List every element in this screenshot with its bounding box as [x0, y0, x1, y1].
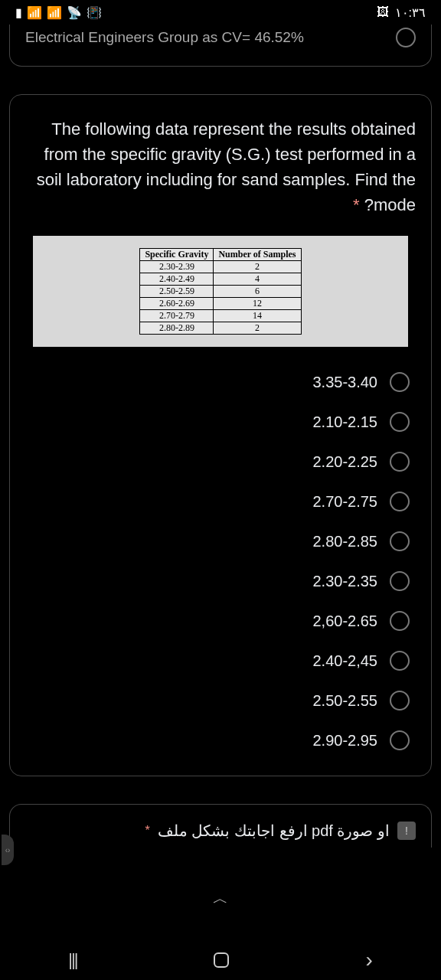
- radio-option[interactable]: [396, 28, 416, 47]
- home-button[interactable]: [214, 952, 229, 968]
- previous-question-card: Electrical Engineers Group as CV= 46.52%: [9, 24, 432, 67]
- battery-icon: ▮: [15, 5, 22, 20]
- status-right: 🖼 ١٠:٣٦: [377, 5, 426, 20]
- radio-icon: [390, 571, 410, 591]
- required-asterisk: *: [353, 195, 360, 214]
- option-item[interactable]: 2.40-2,45: [25, 641, 416, 681]
- previous-question-text: Electrical Engineers Group as CV= 46.52%: [25, 29, 304, 46]
- option-label: 2.10-2.15: [312, 413, 377, 431]
- option-item[interactable]: 2,60-2.65: [25, 601, 416, 641]
- option-label: 2.80-2.85: [312, 533, 377, 550]
- wifi-icon: 📡: [67, 5, 82, 20]
- radio-icon: [390, 691, 410, 710]
- radio-icon: [390, 611, 410, 631]
- table-row: 2.40-2.494: [140, 273, 301, 286]
- option-item[interactable]: 2.70-2.75: [25, 482, 416, 521]
- radio-icon: [390, 651, 410, 671]
- option-item[interactable]: 2.30-2.35: [25, 561, 416, 601]
- question-text: The following data represent the results…: [25, 116, 416, 217]
- table-header-samples: Number of Samples: [214, 249, 301, 261]
- navigation-bar: ||| ›: [0, 940, 441, 980]
- option-label: 2.50-2.55: [312, 692, 377, 710]
- option-label: 2.30-2.35: [312, 573, 377, 590]
- data-table: Specific Gravity Number of Samples 2.30-…: [139, 248, 301, 335]
- image-icon: 🖼: [377, 5, 389, 19]
- option-item[interactable]: 2.90-2.95: [25, 720, 416, 760]
- radio-icon: [390, 372, 410, 392]
- chevron-up-icon[interactable]: ︿: [213, 888, 228, 909]
- option-label: 2.70-2.75: [312, 493, 377, 511]
- clock-time: ١٠:٣٦: [395, 5, 426, 20]
- upload-text: ارفع اجابتك بشكل ملف pdf او صورة: [158, 822, 390, 840]
- status-icons-left: ▮ 📶 📶 📡 📳: [15, 5, 102, 20]
- options-list: 3.35-3.40 2.10-2.15 2.20-2.25 2.70-2.75 …: [25, 362, 416, 760]
- option-label: 2.20-2.25: [312, 453, 377, 471]
- status-bar: ▮ 📶 📶 📡 📳 🖼 ١٠:٣٦: [0, 0, 441, 24]
- recent-apps-button[interactable]: |||: [68, 950, 77, 970]
- option-label: 2.40-2,45: [312, 652, 377, 670]
- option-item[interactable]: 2.20-2.25: [25, 442, 416, 482]
- option-item[interactable]: 2.10-2.15: [25, 402, 416, 442]
- radio-icon: [390, 452, 410, 472]
- radio-icon: [390, 492, 410, 511]
- table-row: 2.50-2.596: [140, 286, 301, 298]
- radio-icon: [390, 531, 410, 551]
- table-row: 2.80-2.892: [140, 322, 301, 335]
- data-table-image: Specific Gravity Number of Samples 2.30-…: [33, 236, 408, 347]
- signal-icon: 📶: [27, 5, 42, 20]
- table-row: 2.70-2.7914: [140, 310, 301, 322]
- side-panel-handle[interactable]: ‹›: [2, 835, 14, 865]
- upload-card: * ارفع اجابتك بشكل ملف pdf او صورة !: [9, 804, 432, 848]
- radio-icon: [390, 730, 410, 750]
- vibrate-icon: 📳: [87, 5, 102, 20]
- option-item[interactable]: 3.35-3.40: [25, 362, 416, 402]
- table-header-sg: Specific Gravity: [140, 249, 214, 261]
- back-button[interactable]: ›: [365, 948, 372, 972]
- question-card: The following data represent the results…: [9, 94, 432, 776]
- option-label: 2.90-2.95: [312, 732, 377, 750]
- table-row: 2.60-2.6912: [140, 298, 301, 310]
- option-item[interactable]: 2.50-2.55: [25, 681, 416, 720]
- option-label: 2,60-2.65: [312, 612, 377, 630]
- option-item[interactable]: 2.80-2.85: [25, 521, 416, 561]
- signal-icon-2: 📶: [47, 5, 62, 20]
- warning-icon: !: [397, 822, 416, 840]
- required-asterisk: *: [145, 824, 150, 838]
- option-label: 3.35-3.40: [312, 374, 377, 391]
- table-row: 2.30-2.392: [140, 261, 301, 273]
- radio-icon: [390, 412, 410, 432]
